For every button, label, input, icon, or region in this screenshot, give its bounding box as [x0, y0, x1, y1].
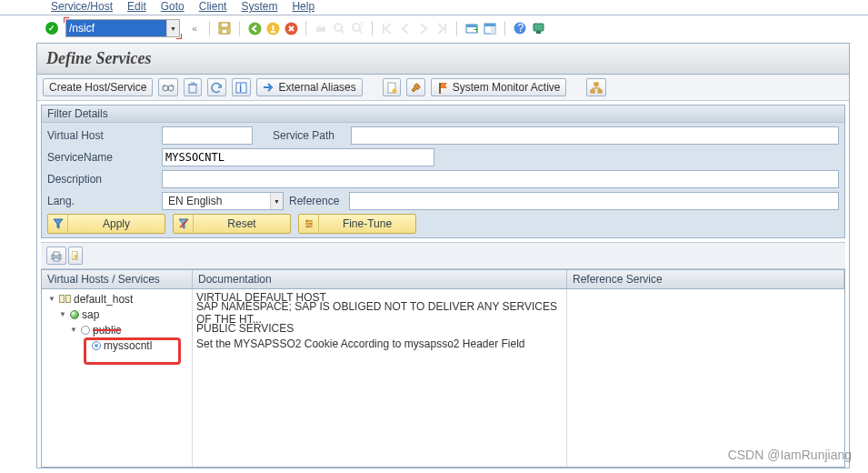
chevron-down-icon: ▼ [270, 193, 283, 209]
tree-header: Virtual Hosts / Services Documentation R… [41, 269, 845, 289]
svg-point-3 [248, 22, 261, 35]
back-icon[interactable] [247, 21, 262, 35]
tree-export-button[interactable] [68, 247, 83, 265]
delete-button[interactable] [184, 78, 202, 96]
svg-rect-39 [54, 252, 59, 256]
glasses-icon [162, 82, 175, 93]
doc-cell: Set the MYSAPSSO2 Cookie According to my… [193, 336, 566, 351]
highlight-box [84, 337, 181, 365]
enter-icon[interactable]: ✓ [45, 22, 58, 35]
info-icon: i [235, 82, 247, 94]
svg-rect-32 [591, 90, 594, 93]
command-history-icon[interactable]: ▼ [166, 20, 179, 36]
filter-icon [48, 215, 68, 233]
menu-system[interactable]: System [241, 0, 277, 13]
tree-body: ▼ default_host ▼ sap ▼ public • myssocnt… [41, 289, 845, 468]
virtual-host-label: Virtual Host [47, 129, 156, 142]
create-host-service-button[interactable]: Create Host/Service [43, 78, 153, 96]
last-page-icon [434, 21, 449, 35]
apply-button[interactable]: Apply [47, 214, 165, 234]
documentation-column: VIRTUAL DEFAULT HOST SAP NAMESPACE; SAP … [193, 289, 567, 467]
wrench-icon [410, 82, 422, 94]
cancel-icon[interactable] [284, 21, 298, 35]
menu-bar: Service/Host Edit Goto Client System Hel… [0, 0, 868, 15]
globe-icon [70, 310, 79, 319]
save-icon[interactable] [217, 21, 232, 35]
menu-edit[interactable]: Edit [127, 0, 146, 13]
svg-point-37 [306, 226, 309, 228]
hierarchy-icon [590, 82, 603, 94]
prev-page-icon [398, 21, 413, 35]
print-icon [314, 21, 328, 35]
service-name-label: ServiceName [47, 151, 156, 164]
svg-rect-22 [536, 31, 541, 34]
page-title: Define Services [37, 44, 849, 75]
find-icon [332, 21, 346, 35]
svg-rect-2 [222, 29, 227, 34]
lang-combo[interactable]: EN English ▼ [162, 192, 284, 210]
svg-text:i: i [239, 82, 242, 94]
menu-goto[interactable]: Goto [161, 0, 185, 13]
tree-toolbar [41, 242, 845, 269]
info-button[interactable]: i [232, 78, 251, 96]
tree-print-button[interactable] [46, 247, 66, 265]
fine-tune-icon [299, 215, 319, 233]
refresh-button[interactable] [207, 78, 226, 96]
reset-button[interactable]: Reset [173, 214, 291, 234]
help-icon[interactable]: ? [513, 21, 527, 35]
service-path-input[interactable] [351, 126, 839, 145]
external-aliases-button[interactable]: External Aliases [256, 78, 362, 96]
find-next-icon: + [350, 21, 364, 35]
export-icon [72, 251, 79, 261]
gui-settings-icon[interactable] [531, 21, 545, 35]
svg-line-9 [341, 30, 344, 33]
svg-rect-25 [189, 85, 196, 93]
back-nav-icon[interactable]: « [187, 21, 202, 35]
command-field[interactable] [66, 20, 166, 36]
tree-node-default-host[interactable]: ▼ default_host [42, 291, 192, 307]
col-header-documentation[interactable]: Documentation [193, 270, 567, 288]
reference-input[interactable] [349, 192, 839, 210]
main-panel: Define Services Create Host/Service i Ex… [36, 43, 850, 468]
service-name-input[interactable] [162, 148, 434, 166]
svg-point-36 [309, 223, 312, 226]
new-session-icon[interactable]: + [464, 21, 479, 35]
svg-rect-21 [534, 24, 544, 31]
reference-column [567, 289, 844, 467]
menu-service-host[interactable]: Service/Host [51, 0, 113, 13]
app-toolbar: Create Host/Service i External Aliases S… [37, 75, 849, 101]
menu-help[interactable]: Help [292, 0, 314, 13]
print-icon [50, 250, 63, 262]
layout-icon[interactable] [483, 21, 497, 35]
svg-rect-33 [598, 90, 602, 93]
system-monitor-button[interactable]: System Monitor Active [431, 78, 567, 96]
exit-icon[interactable] [265, 21, 280, 35]
display-button[interactable] [158, 78, 178, 96]
description-label: Description [47, 173, 156, 186]
col-header-services[interactable]: Virtual Hosts / Services [42, 270, 193, 288]
reset-icon [174, 215, 194, 233]
first-page-icon [380, 21, 394, 35]
doc-link-icon [386, 82, 397, 94]
virtual-host-input[interactable] [162, 126, 253, 145]
service-icon [81, 326, 90, 335]
svg-rect-17 [484, 24, 495, 26]
menu-client[interactable]: Client [199, 0, 227, 13]
fine-tune-button[interactable]: Fine-Tune [298, 214, 416, 234]
flag-icon [437, 82, 449, 94]
refresh-icon [211, 82, 223, 94]
tools-button[interactable] [406, 78, 425, 96]
description-input[interactable] [162, 170, 839, 188]
watermark: CSDN @IamRunjiang [728, 448, 852, 462]
tree-node-sap[interactable]: ▼ sap [42, 307, 192, 322]
where-used-button[interactable] [383, 78, 401, 96]
tree-column: ▼ default_host ▼ sap ▼ public • myssocnt… [42, 289, 193, 467]
col-header-reference[interactable]: Reference Service [567, 270, 844, 288]
svg-rect-30 [439, 83, 441, 94]
hierarchy-button[interactable] [586, 78, 606, 96]
svg-rect-7 [318, 24, 324, 27]
filter-panel: Filter Details Virtual Host Service Path… [41, 105, 845, 238]
service-path-label: Service Path [273, 129, 345, 142]
tree-node-public[interactable]: ▼ public [42, 322, 192, 337]
svg-point-29 [392, 88, 396, 93]
